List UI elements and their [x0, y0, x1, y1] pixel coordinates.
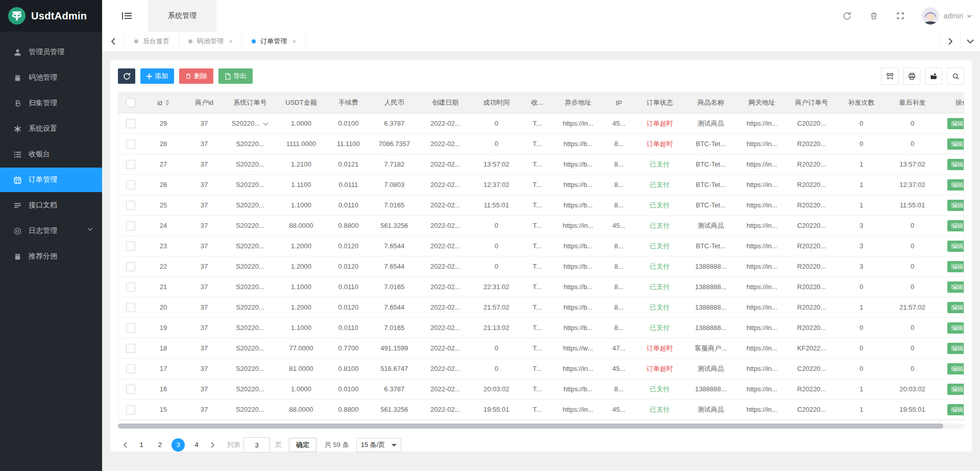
- row-checkbox[interactable]: [126, 385, 135, 394]
- cell-async_url: https://b...: [554, 379, 602, 399]
- cell-merchant_order_no: C20220...: [786, 399, 837, 420]
- tab-home[interactable]: 后台首页: [125, 32, 179, 51]
- delete-button[interactable]: 删除: [179, 68, 213, 84]
- page-number-1[interactable]: 1: [135, 438, 148, 452]
- edit-button[interactable]: 编辑: [947, 118, 965, 129]
- cell-cny: 7.0165: [370, 277, 419, 297]
- cell-checkbox: [118, 277, 143, 297]
- edit-button[interactable]: 编辑: [947, 384, 965, 395]
- cell-checkbox: [118, 236, 143, 256]
- edit-button[interactable]: 编辑: [947, 302, 965, 313]
- trash-icon[interactable]: [865, 7, 883, 25]
- page-number-2[interactable]: 2: [153, 438, 166, 452]
- edit-button[interactable]: 编辑: [947, 159, 965, 170]
- edit-button[interactable]: 编辑: [947, 138, 965, 150]
- edit-button[interactable]: 编辑: [947, 179, 965, 191]
- order-table-card: 添加 删除 导出: [110, 60, 972, 452]
- cell-merchant_order_no: R20220...: [786, 256, 837, 277]
- sidebar-item-collection-management[interactable]: 归集管理: [0, 91, 102, 115]
- filter-columns-icon[interactable]: [881, 67, 898, 85]
- export-data-icon[interactable]: [925, 67, 942, 85]
- sidebar-item-cashier[interactable]: 收银台: [0, 142, 102, 167]
- column-header-id[interactable]: id: [143, 92, 184, 113]
- tab-pool-management[interactable]: 码池管理×: [179, 32, 242, 51]
- row-checkbox[interactable]: [126, 242, 135, 251]
- sidebar-item-order-management[interactable]: 订单管理: [0, 168, 102, 192]
- table-row: 2737S20220...1.21000.01217.71822022-02..…: [118, 154, 964, 175]
- print-icon[interactable]: [903, 67, 920, 85]
- table-corner-tools: [881, 67, 964, 85]
- goto-page-input[interactable]: [243, 437, 270, 453]
- prev-page-icon[interactable]: [118, 438, 132, 452]
- edit-button[interactable]: 编辑: [947, 322, 965, 334]
- export-button[interactable]: 导出: [218, 68, 253, 84]
- row-checkbox[interactable]: [126, 262, 135, 271]
- row-checkbox[interactable]: [126, 119, 135, 128]
- row-checkbox[interactable]: [126, 201, 135, 210]
- cell-gateway: https://in...: [738, 297, 786, 318]
- cell-product: BTC-Tet...: [684, 195, 738, 216]
- next-page-icon[interactable]: [206, 438, 220, 452]
- confirm-page-button[interactable]: 确定: [289, 438, 316, 452]
- cell-cny: 6.3787: [370, 113, 419, 134]
- edit-button[interactable]: 编辑: [947, 261, 965, 272]
- expand-row-icon[interactable]: [263, 120, 268, 128]
- row-checkbox[interactable]: [126, 221, 135, 230]
- sort-icon[interactable]: [165, 100, 169, 106]
- sidebar-item-system-settings[interactable]: 系统设置: [0, 116, 102, 141]
- edit-button[interactable]: 编辑: [947, 363, 965, 374]
- tab-order-management[interactable]: 订单管理×: [242, 32, 306, 51]
- tabs-menu-icon[interactable]: [960, 32, 980, 51]
- row-checkbox[interactable]: [126, 282, 135, 292]
- column-header-checkbox[interactable]: [118, 92, 143, 113]
- row-checkbox[interactable]: [126, 160, 135, 169]
- scrollbar-thumb[interactable]: [118, 423, 943, 429]
- refresh-button[interactable]: [118, 68, 135, 84]
- search-icon[interactable]: [947, 67, 964, 85]
- cell-cny: 516.6747: [370, 359, 419, 379]
- cell-success_time: 20:03:02: [472, 379, 521, 399]
- fullscreen-icon[interactable]: [891, 7, 910, 25]
- edit-button[interactable]: 编辑: [947, 404, 965, 415]
- close-icon[interactable]: ×: [292, 38, 296, 45]
- column-header-ip: IP: [602, 92, 635, 113]
- cell-created: 2022-02...: [419, 277, 472, 297]
- column-header-created: 创建日期: [419, 92, 472, 113]
- sidebar-item-referral-commission[interactable]: 推荐分佣: [0, 244, 102, 269]
- row-checkbox[interactable]: [126, 405, 135, 414]
- sidebar-item-admin-management[interactable]: 管理员管理: [0, 40, 102, 64]
- add-button[interactable]: 添加: [140, 68, 174, 84]
- edit-button[interactable]: 编辑: [947, 200, 965, 211]
- page-number-3-active[interactable]: 3: [172, 438, 185, 452]
- topnav-item-system-management[interactable]: 系统管理: [148, 0, 216, 32]
- edit-button[interactable]: 编辑: [947, 343, 965, 354]
- close-icon[interactable]: ×: [229, 38, 233, 45]
- page-number-4[interactable]: 4: [190, 438, 203, 452]
- edit-button[interactable]: 编辑: [947, 220, 965, 231]
- tabs-scroll-left-icon[interactable]: [102, 32, 125, 51]
- row-checkbox[interactable]: [126, 180, 135, 190]
- sidebar-item-api-docs[interactable]: 接口文档: [0, 193, 102, 218]
- cell-last_resend: 0: [886, 256, 939, 277]
- row-checkbox[interactable]: [126, 344, 135, 353]
- edit-button[interactable]: 编辑: [947, 281, 965, 293]
- select-all-checkbox[interactable]: [126, 98, 135, 107]
- per-page-select[interactable]: 15 条/页: [356, 438, 401, 452]
- table-row: 2837S20220...1111.000011.11007086.735720…: [118, 134, 964, 154]
- row-checkbox[interactable]: [126, 303, 135, 312]
- row-checkbox[interactable]: [126, 323, 135, 333]
- edit-button[interactable]: 编辑: [947, 241, 965, 252]
- sidebar-item-pool-management[interactable]: 码池管理: [0, 65, 102, 90]
- row-checkbox[interactable]: [126, 364, 135, 373]
- sidebar-collapse-icon[interactable]: [118, 8, 135, 24]
- avatar[interactable]: [922, 7, 939, 25]
- cell-sys_order_no: S20220...: [225, 379, 276, 399]
- tabs-scroll-right-icon[interactable]: [940, 32, 960, 51]
- row-checkbox[interactable]: [126, 139, 135, 149]
- app-window: UsdtAdmin 管理员管理码池管理归集管理系统设置收银台订单管理接口文档日志…: [0, 0, 980, 471]
- sidebar-item-log-management[interactable]: 日志管理: [0, 219, 102, 243]
- column-header-product: 商品名称: [684, 92, 738, 113]
- refresh-icon[interactable]: [838, 7, 856, 25]
- user-menu[interactable]: admin: [944, 12, 972, 20]
- cell-checkbox: [118, 399, 143, 420]
